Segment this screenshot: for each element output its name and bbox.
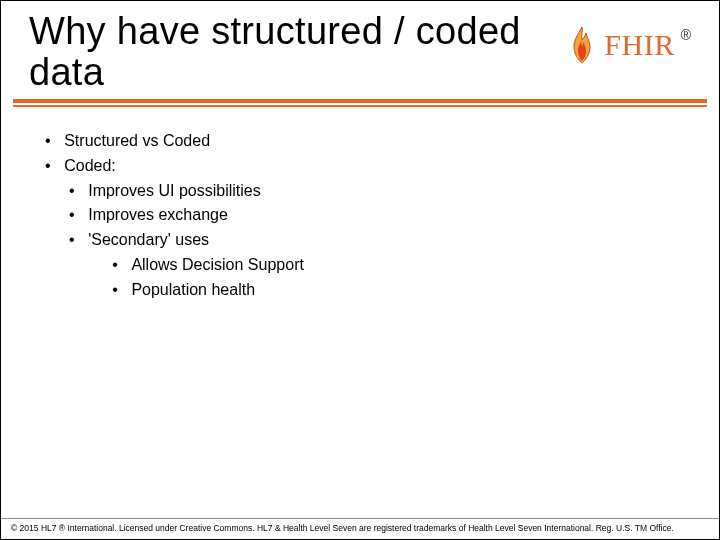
slide-body: Structured vs Coded Coded: Improves UI p… <box>1 107 719 518</box>
slide-header: Why have structured / coded data FHIR ® <box>1 1 719 99</box>
list-item: Coded: <box>64 154 679 179</box>
list-item: Improves exchange <box>88 203 679 228</box>
list-item: Structured vs Coded <box>64 129 679 154</box>
fhir-logo: FHIR ® <box>566 11 691 65</box>
slide: Why have structured / coded data FHIR ® … <box>0 0 720 540</box>
list-item: Improves UI possibilities <box>88 179 679 204</box>
list-item: Allows Decision Support <box>131 253 679 278</box>
header-divider <box>13 99 707 107</box>
list-item: 'Secondary' uses <box>88 228 679 253</box>
registered-mark: ® <box>681 27 691 43</box>
slide-title: Why have structured / coded data <box>29 11 566 93</box>
slide-footer: © 2015 HL7 ® International. Licensed und… <box>1 518 719 539</box>
fhir-logo-text: FHIR <box>604 28 674 62</box>
flame-icon <box>566 25 598 65</box>
list-item: Population health <box>131 278 679 303</box>
